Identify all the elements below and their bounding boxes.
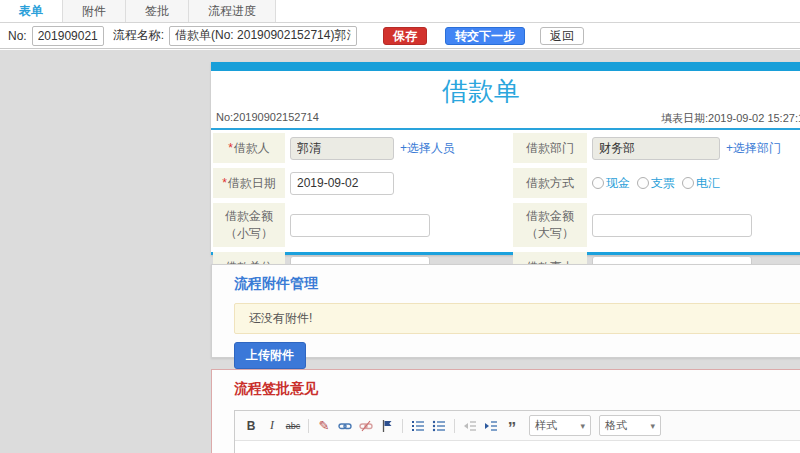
no-label: No: <box>8 29 27 43</box>
date-field <box>285 168 513 198</box>
process-name-input[interactable] <box>169 26 357 46</box>
toolbar: No: 流程名称: 保存 转交下一步 返回 <box>0 23 800 49</box>
toolbar-separator <box>402 419 403 433</box>
unlink-button[interactable] <box>357 417 375 435</box>
radio-icon <box>682 177 694 189</box>
radio-icon <box>592 177 604 189</box>
strikethrough-button[interactable]: abc <box>284 417 302 435</box>
select-department-link[interactable]: +选择部门 <box>726 140 781 157</box>
top-bar: 表单 附件 签批 流程进度 No: 流程名称: 保存 转交下一步 返回 <box>0 0 800 50</box>
link-button[interactable] <box>336 417 354 435</box>
amount-big-label: 借款金额（大写） <box>513 203 587 247</box>
department-input[interactable] <box>592 137 720 160</box>
form-title: 借款单 <box>211 76 751 106</box>
tab-bar: 表单 附件 签批 流程进度 <box>0 0 800 23</box>
form-divider <box>211 128 800 130</box>
borrower-input[interactable] <box>290 137 394 160</box>
anchor-flag-button[interactable] <box>378 417 396 435</box>
unlink-icon <box>359 419 373 433</box>
back-button[interactable]: 返回 <box>540 27 584 45</box>
ordered-list-button[interactable] <box>409 417 427 435</box>
link-icon <box>338 419 352 433</box>
next-step-button[interactable]: 转交下一步 <box>445 27 525 45</box>
attachments-heading: 流程附件管理 <box>234 275 800 293</box>
required-mark: * <box>222 176 227 190</box>
select-person-link[interactable]: +选择人员 <box>400 140 455 157</box>
panel-accent-bar <box>211 62 800 71</box>
form-fill-date: 填表日期:2019-09-02 15:27:1 <box>661 111 800 126</box>
styles-select-value: 样式 <box>535 418 557 433</box>
tab-approval[interactable]: 签批 <box>126 0 189 22</box>
loan-date-input[interactable] <box>290 172 394 195</box>
bold-button[interactable]: B <box>242 417 260 435</box>
indent-button[interactable] <box>482 417 500 435</box>
blockquote-button[interactable]: ” <box>503 417 521 435</box>
loan-form-panel: 借款单 No:20190902152714 填表日期:2019-09-02 15… <box>211 62 800 255</box>
department-label: 借款部门 <box>513 133 587 163</box>
save-button[interactable]: 保存 <box>383 27 427 45</box>
borrower-label: *借款人 <box>213 133 285 163</box>
amount-small-input[interactable] <box>290 214 430 237</box>
rich-text-editor: B I abc ✎ <box>234 410 800 453</box>
radio-check[interactable]: 支票 <box>637 175 675 192</box>
amount-big-input[interactable] <box>592 214 752 237</box>
ordered-list-icon <box>411 419 425 433</box>
method-label: 借款方式 <box>513 168 587 198</box>
radio-icon <box>637 177 649 189</box>
chevron-down-icon: ▾ <box>580 421 585 431</box>
toolbar-separator <box>308 419 309 433</box>
no-input[interactable] <box>32 26 104 46</box>
outdent-icon <box>463 419 477 433</box>
form-meta-row: No:20190902152714 填表日期:2019-09-02 15:27:… <box>211 109 800 126</box>
outdent-button[interactable] <box>461 417 479 435</box>
date-label: *借款日期 <box>213 168 285 198</box>
approval-heading: 流程签批意见 <box>234 380 800 398</box>
chevron-down-icon: ▾ <box>650 421 655 431</box>
radio-cash[interactable]: 现金 <box>592 175 630 192</box>
toolbar-separator <box>454 419 455 433</box>
method-field: 现金 支票 电汇 <box>587 168 800 198</box>
editor-toolbar: B I abc ✎ <box>235 411 800 441</box>
unordered-list-icon <box>432 419 446 433</box>
form-number: No:20190902152714 <box>216 111 319 123</box>
tab-progress[interactable]: 流程进度 <box>189 0 276 22</box>
department-field: +选择部门 <box>587 133 800 163</box>
loan-method-radio-group: 现金 支票 电汇 <box>592 175 720 192</box>
tab-attachment[interactable]: 附件 <box>63 0 126 22</box>
format-select-value: 格式 <box>605 418 627 433</box>
upload-attachment-button[interactable]: 上传附件 <box>234 342 306 369</box>
no-attachments-alert: 还没有附件! <box>234 303 800 334</box>
process-name-label: 流程名称: <box>113 27 164 44</box>
amount-small-field <box>285 203 513 247</box>
format-brush-button[interactable]: ✎ <box>315 417 333 435</box>
flag-icon <box>380 419 394 433</box>
radio-wire[interactable]: 电汇 <box>682 175 720 192</box>
tab-form[interactable]: 表单 <box>0 0 63 22</box>
app-window: 表单 附件 签批 流程进度 No: 流程名称: 保存 转交下一步 返回 借款单 … <box>0 0 800 453</box>
unordered-list-button[interactable] <box>430 417 448 435</box>
required-mark: * <box>228 141 233 155</box>
format-select[interactable]: 格式 ▾ <box>599 415 661 436</box>
indent-icon <box>484 419 498 433</box>
editor-content-area[interactable] <box>235 441 800 453</box>
approval-panel: 流程签批意见 B I abc ✎ <box>211 369 800 453</box>
amount-small-label: 借款金额（小写） <box>213 203 285 247</box>
attachments-panel: 流程附件管理 还没有附件! 上传附件 <box>211 264 800 358</box>
italic-button[interactable]: I <box>263 417 281 435</box>
amount-big-field <box>587 203 800 247</box>
styles-select[interactable]: 样式 ▾ <box>529 415 591 436</box>
borrower-field: +选择人员 <box>285 133 513 163</box>
form-grid: *借款人 +选择人员 借款部门 +选择部门 *借款日期 借款方式 现金 支票 电… <box>213 133 800 282</box>
